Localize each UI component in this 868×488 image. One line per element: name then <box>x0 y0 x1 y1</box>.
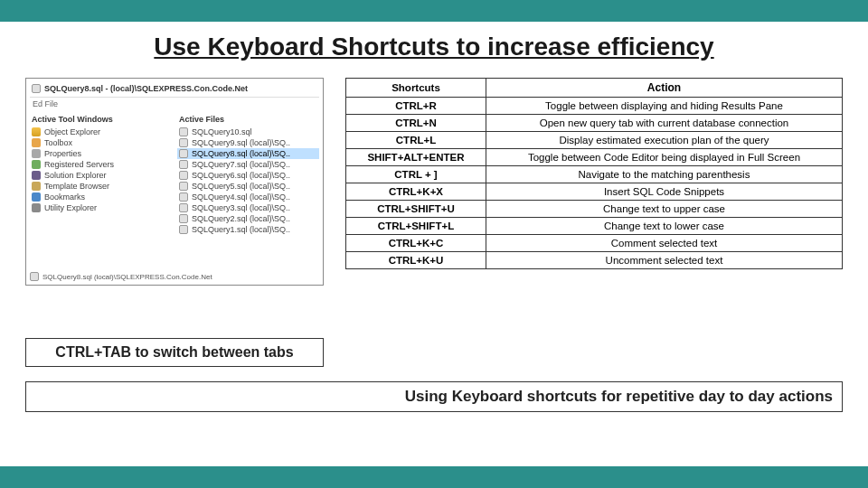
footnote-box: Using Keyboard shortcuts for repetitive … <box>25 381 843 412</box>
switcher-screenshot: SQLQuery8.sql - (local)\SQLEXPRESS.Con.C… <box>25 78 324 286</box>
document-icon <box>179 192 188 202</box>
file-label: SQLQuery3.sql (local)\SQ.. <box>192 203 290 212</box>
tool-window-label: Registered Servers <box>44 160 114 169</box>
header-action: Action <box>486 79 843 98</box>
header-shortcut: Shortcuts <box>346 79 486 98</box>
table-row: CTRL + ]Navigate to the matching parenth… <box>346 166 843 183</box>
tool-windows-header: Active Tool Windows <box>30 114 172 127</box>
cell-shortcut: CTRL+K+X <box>346 183 486 201</box>
document-icon <box>179 214 188 223</box>
tool-icon <box>32 138 41 147</box>
active-file-item: SQLQuery1.sql (local)\SQ.. <box>177 224 319 235</box>
cell-shortcut: CTRL + ] <box>346 166 486 183</box>
cell-shortcut: CTRL+SHIFT+L <box>346 218 486 235</box>
file-label: SQLQuery7.sql (local)\SQ.. <box>192 160 290 169</box>
tool-window-item: Solution Explorer <box>30 170 172 181</box>
cell-shortcut: CTRL+SHIFT+U <box>346 201 486 218</box>
table-header-row: Shortcuts Action <box>346 79 843 98</box>
tool-window-item: Bookmarks <box>30 192 172 202</box>
tool-window-item: Properties <box>30 148 172 159</box>
file-label: SQLQuery5.sql (local)\SQ.. <box>192 182 290 191</box>
content-area: SQLQuery8.sql - (local)\SQLEXPRESS.Con.C… <box>0 78 868 367</box>
tool-window-item: Object Explorer <box>30 127 172 137</box>
cell-action: Display estimated execution plan of the … <box>486 132 843 149</box>
tool-window-label: Toolbox <box>44 138 72 147</box>
active-file-item: SQLQuery4.sql (local)\SQ.. <box>177 192 319 202</box>
shortcut-table: Shortcuts Action CTRL+RToggle between di… <box>345 78 843 269</box>
table-row: CTRL+LDisplay estimated execution plan o… <box>346 132 843 149</box>
cell-action: Insert SQL Code Snippets <box>486 183 843 201</box>
tool-window-label: Solution Explorer <box>44 171 107 180</box>
tool-window-item: Registered Servers <box>30 159 172 170</box>
document-icon <box>179 138 188 147</box>
cell-action: Navigate to the matching parenthesis <box>486 166 843 183</box>
active-file-item: SQLQuery10.sql <box>177 127 319 137</box>
active-file-item: SQLQuery3.sql (local)\SQ.. <box>177 202 319 213</box>
document-icon <box>179 160 188 169</box>
util-icon <box>32 203 41 212</box>
footer-accent-bar <box>0 466 868 488</box>
left-column: SQLQuery8.sql - (local)\SQLEXPRESS.Con.C… <box>25 78 324 367</box>
cell-action: Comment selected text <box>486 235 843 252</box>
table-row: CTRL+SHIFT+UChange text to upper case <box>346 201 843 218</box>
active-file-item: SQLQuery6.sql (local)\SQ.. <box>177 170 319 181</box>
right-column: Shortcuts Action CTRL+RToggle between di… <box>345 78 843 269</box>
sol-icon <box>32 171 41 180</box>
table-row: SHIFT+ALT+ENTERToggle between Code Edito… <box>346 149 843 166</box>
document-icon <box>30 272 39 281</box>
db-icon <box>32 127 41 136</box>
file-label: SQLQuery6.sql (local)\SQ.. <box>192 171 290 180</box>
tool-window-item: Toolbox <box>30 137 172 148</box>
active-file-item: SQLQuery2.sql (local)\SQ.. <box>177 213 319 224</box>
document-icon <box>179 203 188 212</box>
cell-action: Uncomment selected text <box>486 252 843 269</box>
cell-shortcut: CTRL+L <box>346 132 486 149</box>
document-icon <box>179 127 188 136</box>
file-label: SQLQuery8.sql (local)\SQ.. <box>192 149 290 158</box>
caption-text: CTRL+TAB to switch between tabs <box>55 344 293 360</box>
document-icon <box>179 225 188 234</box>
file-label: SQLQuery1.sql (local)\SQ.. <box>192 225 290 234</box>
file-label: SQLQuery2.sql (local)\SQ.. <box>192 214 290 223</box>
document-icon <box>179 182 188 191</box>
cell-action: Change text to upper case <box>486 201 843 218</box>
table-row: CTRL+SHIFT+LChange text to lower case <box>346 218 843 235</box>
tool-window-item: Utility Explorer <box>30 202 172 213</box>
active-files-column: Active Files SQLQuery10.sqlSQLQuery9.sql… <box>177 114 319 235</box>
active-file-item: SQLQuery8.sql (local)\SQ.. <box>177 148 319 159</box>
header-accent-bar <box>0 0 868 22</box>
tab-title-text: SQLQuery8.sql - (local)\SQLEXPRESS.Con.C… <box>44 84 248 93</box>
file-label: SQLQuery9.sql (local)\SQ.. <box>192 138 290 147</box>
table-row: CTRL+K+CComment selected text <box>346 235 843 252</box>
caption-box: CTRL+TAB to switch between tabs <box>25 338 324 367</box>
cell-action: Toggle between Code Editor being display… <box>486 149 843 166</box>
table-row: CTRL+RToggle between displaying and hidi… <box>346 98 843 115</box>
cell-action: Toggle between displaying and hiding Res… <box>486 98 843 115</box>
tmpl-icon <box>32 182 41 191</box>
file-label: SQLQuery4.sql (local)\SQ.. <box>192 192 290 202</box>
cell-shortcut: CTRL+K+U <box>346 252 486 269</box>
file-label: SQLQuery10.sql <box>192 127 252 136</box>
tool-window-label: Bookmarks <box>44 192 85 202</box>
cell-shortcut: CTRL+K+C <box>346 235 486 252</box>
tool-windows-column: Active Tool Windows Object ExplorerToolb… <box>30 114 172 235</box>
tool-window-label: Properties <box>44 149 81 158</box>
page-title: Use Keyboard Shortcuts to increase effic… <box>0 33 868 61</box>
table-row: CTRL+NOpen new query tab with current da… <box>346 115 843 132</box>
active-file-item: SQLQuery9.sql (local)\SQ.. <box>177 137 319 148</box>
srv-icon <box>32 160 41 169</box>
cell-shortcut: CTRL+R <box>346 98 486 115</box>
active-file-item: SQLQuery7.sql (local)\SQ.. <box>177 159 319 170</box>
tool-window-label: Template Browser <box>44 182 109 191</box>
document-icon <box>179 171 188 180</box>
status-text: SQLQuery8.sql (local)\SQLEXPRESS.Con.Cod… <box>42 273 212 281</box>
screenshot-tab-title: SQLQuery8.sql - (local)\SQLEXPRESS.Con.C… <box>30 82 319 98</box>
cell-shortcut: CTRL+N <box>346 115 486 132</box>
screenshot-body: Active Tool Windows Object ExplorerToolb… <box>30 114 319 235</box>
cell-action: Change text to lower case <box>486 218 843 235</box>
prop-icon <box>32 149 41 158</box>
cell-shortcut: SHIFT+ALT+ENTER <box>346 149 486 166</box>
book-icon <box>32 192 41 202</box>
screenshot-menu: Ed File <box>30 98 319 112</box>
active-file-item: SQLQuery5.sql (local)\SQ.. <box>177 181 319 192</box>
